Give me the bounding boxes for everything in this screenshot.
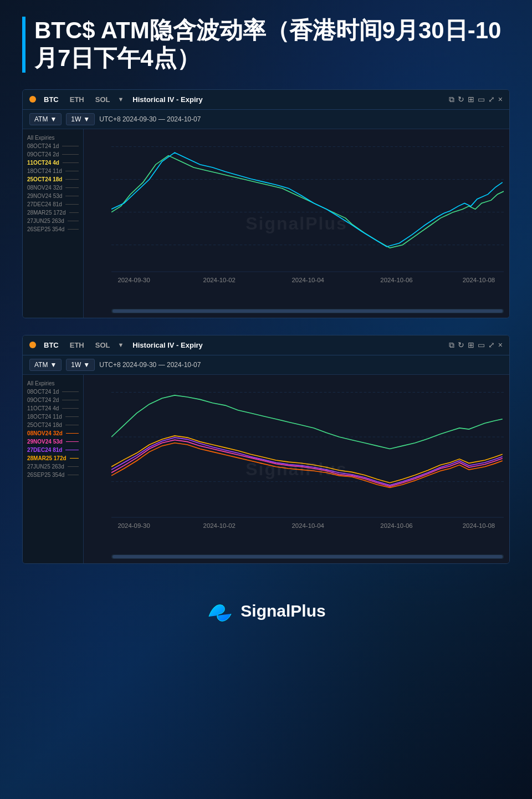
expiry-27jun25-2[interactable]: 27JUN25 263d [25,462,81,471]
chart-svg-1: 50.00 48.00 46.00 44.00 2024-09-30 2024-… [111,135,504,296]
expiry-28mar25-1[interactable]: 28MAR25 172d [25,208,81,217]
expiry-11oct24-1[interactable]: 11OCT24 4d [25,159,81,167]
svg-text:2024-10-04: 2024-10-04 [291,277,324,283]
close-icon-1[interactable]: × [498,95,503,104]
chart-area-2: SignalPlus 60.00 58.00 56.00 [84,375,509,563]
expiry-27dec24-2[interactable]: 27DEC24 81d [25,446,81,454]
expiry-all-expiries-2[interactable]: All Expiries [25,379,81,388]
panel-controls-1: ATM ▼ 1W ▼ UTC+8 2024-09-30 — 2024-10-07 [23,110,509,129]
atm-button-2[interactable]: ATM ▼ [29,359,62,371]
tab-dropdown-2[interactable]: ▼ [117,342,124,348]
expiry-29nov24-2[interactable]: 29NOV24 53d [25,437,81,446]
expiry-09oct24-2[interactable]: 09OCT24 2d [25,396,81,404]
footer-section: SignalPlus [22,581,510,636]
tab-sol-1[interactable]: SOL [92,94,114,105]
svg-text:2024-09-30: 2024-09-30 [117,277,150,283]
expiry-18oct24-2[interactable]: 18OCT24 11d [25,413,81,421]
svg-text:2024-10-06: 2024-10-06 [380,522,412,529]
expiry-25oct24-1[interactable]: 25OCT24 18d [25,175,81,184]
chart-panel-2: BTC ETH SOL ▼ Historical IV - Expiry ⧉ ↻… [22,335,510,564]
chart-title-1: Historical IV - Expiry [132,95,202,104]
page-title: BTC$ ATM隐含波动率（香港时间9月30日-10月7日下午4点） [22,17,510,73]
expiry-08nov24-2[interactable]: 08NOV24 32d [25,429,81,437]
external-link-icon-2[interactable]: ⧉ [449,340,454,350]
settings-icon-2[interactable]: ⊞ [468,340,474,349]
btc-dot-1 [29,96,36,103]
tab-dropdown-1[interactable]: ▼ [117,96,124,103]
expiry-08oct24-1[interactable]: 08OCT24 1d [25,142,81,150]
svg-text:2024-10-02: 2024-10-02 [203,522,236,529]
expiry-26sep25-2[interactable]: 26SEP25 354d [25,471,81,479]
panel-header-right-1: ⧉ ↻ ⊞ ▭ ⤢ × [449,95,503,104]
scrollbar-1[interactable] [111,309,504,313]
expiry-08nov24-1[interactable]: 08NOV24 32d [25,184,81,192]
logo-text: SignalPlus [241,602,325,620]
settings-icon-1[interactable]: ⊞ [468,95,474,104]
btc-dot-2 [29,342,36,348]
chart-body-2: All Expiries 08OCT24 1d 09OCT24 2d 11OCT… [23,375,509,563]
expiry-27jun25-1[interactable]: 27JUN25 263d [25,217,81,225]
1w-button-1[interactable]: 1W ▼ [66,113,95,125]
svg-text:2024-10-04: 2024-10-04 [291,522,324,529]
copy-icon-2[interactable]: ▭ [478,340,485,349]
panel-controls-2: ATM ▼ 1W ▼ UTC+8 2024-09-30 — 2024-10-07 [23,355,509,375]
scrollbar-2[interactable] [111,554,504,559]
expiry-all-expiries-1[interactable]: All Expiries [25,134,81,142]
close-icon-2[interactable]: × [498,340,503,349]
expiry-08oct24-2[interactable]: 08OCT24 1d [25,388,81,396]
expiry-list-2: All Expiries 08OCT24 1d 09OCT24 2d 11OCT… [23,375,84,563]
expand-icon-2[interactable]: ⤢ [488,340,495,349]
title-section: BTC$ ATM隐含波动率（香港时间9月30日-10月7日下午4点） [22,17,510,73]
logo-container: SignalPlus [206,597,325,625]
atm-dropdown-arrow-1: ▼ [50,115,57,123]
date-range-1: UTC+8 2024-09-30 — 2024-10-07 [99,115,201,123]
external-link-icon-1[interactable]: ⧉ [449,95,454,104]
scrollbar-thumb-1 [112,309,503,313]
panel-header-1: BTC ETH SOL ▼ Historical IV - Expiry ⧉ ↻… [23,90,509,110]
expand-icon-1[interactable]: ⤢ [488,95,495,104]
tab-btc-2[interactable]: BTC [40,340,62,350]
chart-title-2: Historical IV - Expiry [132,341,202,349]
expiry-29nov24-1[interactable]: 29NOV24 53d [25,192,81,200]
svg-text:2024-09-30: 2024-09-30 [117,522,150,529]
chart-panel-1: BTC ETH SOL ▼ Historical IV - Expiry ⧉ ↻… [22,89,510,318]
chart-body-1: All Expiries 08OCT24 1d 09OCT24 2d 11OCT… [23,129,509,318]
expiry-26sep25-1[interactable]: 26SEP25 354d [25,225,81,233]
tab-eth-2[interactable]: ETH [66,340,88,350]
expiry-28mar25-2[interactable]: 28MAR25 172d [25,454,81,462]
svg-text:2024-10-08: 2024-10-08 [463,522,495,529]
panel-header-left-2: BTC ETH SOL ▼ Historical IV - Expiry [29,340,203,350]
expiry-18oct24-1[interactable]: 18OCT24 11d [25,167,81,175]
atm-button-1[interactable]: ATM ▼ [29,113,62,125]
svg-text:2024-10-08: 2024-10-08 [463,277,495,283]
svg-text:2024-10-02: 2024-10-02 [203,277,236,283]
date-range-2: UTC+8 2024-09-30 — 2024-10-07 [99,361,201,369]
expiry-09oct24-1[interactable]: 09OCT24 2d [25,150,81,159]
page-container: BTC$ ATM隐含波动率（香港时间9月30日-10月7日下午4点） BTC E… [0,0,532,799]
atm-dropdown-arrow-2: ▼ [50,361,57,369]
panel-header-left-1: BTC ETH SOL ▼ Historical IV - Expiry [29,94,203,105]
1w-dropdown-arrow-1: ▼ [83,115,90,123]
copy-icon-1[interactable]: ▭ [478,95,485,104]
expiry-27dec24-1[interactable]: 27DEC24 81d [25,200,81,208]
expiry-list-1: All Expiries 08OCT24 1d 09OCT24 2d 11OCT… [23,129,84,318]
chart-area-1: SignalPlus 50.00 48.00 46.00 44.00 [84,129,509,318]
panel-header-2: BTC ETH SOL ▼ Historical IV - Expiry ⧉ ↻… [23,335,509,355]
tab-sol-2[interactable]: SOL [92,340,114,350]
expiry-11oct24-2[interactable]: 11OCT24 4d [25,404,81,413]
chart-svg-2: 60.00 58.00 56.00 2024-09-30 2024 [111,380,504,541]
1w-dropdown-arrow-2: ▼ [83,361,90,369]
expiry-25oct24-2[interactable]: 25OCT24 18d [25,421,81,429]
panel-header-right-2: ⧉ ↻ ⊞ ▭ ⤢ × [449,340,503,350]
refresh-icon-2[interactable]: ↻ [458,340,464,349]
tab-eth-1[interactable]: ETH [66,94,88,105]
refresh-icon-1[interactable]: ↻ [458,95,464,104]
scrollbar-thumb-2 [112,555,503,558]
tab-btc-1[interactable]: BTC [40,94,62,105]
svg-text:2024-10-06: 2024-10-06 [380,277,412,283]
1w-button-2[interactable]: 1W ▼ [66,359,95,371]
signalplus-logo-icon [206,597,234,625]
